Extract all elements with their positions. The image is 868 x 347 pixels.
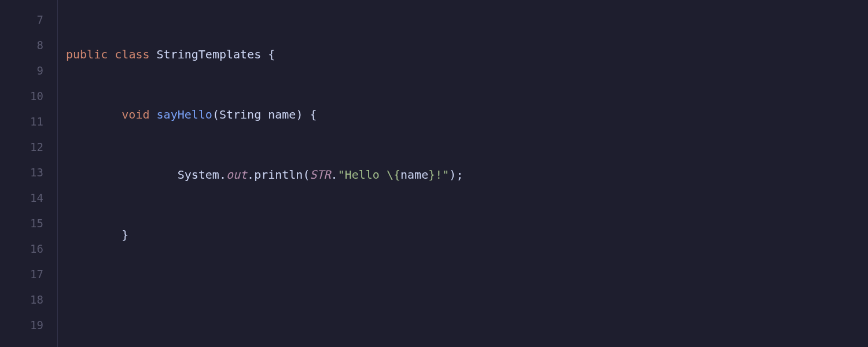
line-number: 18 — [0, 287, 43, 312]
escape-close: } — [428, 168, 435, 182]
line-number: 9 — [0, 58, 43, 83]
line-number: 8 — [0, 32, 43, 58]
code-editor[interactable]: 7 8 9 10 11 12 13 14 15 16 17 18 19 publ… — [0, 0, 868, 347]
code-line: void sayHello(String name) { — [66, 102, 868, 127]
paren: ) — [296, 108, 303, 121]
line-number: 10 — [0, 83, 43, 109]
string-literal: Hello — [345, 168, 387, 182]
code-content[interactable]: public class StringTemplates { void sayH… — [58, 0, 868, 347]
param: name — [268, 108, 296, 121]
paren: ( — [212, 108, 219, 121]
template-processor: STR — [310, 168, 330, 182]
dot: . — [247, 168, 254, 182]
brace: } — [122, 228, 128, 242]
escape-open: \{ — [387, 168, 400, 182]
class-ref: System — [178, 168, 219, 182]
line-number: 12 — [0, 134, 43, 160]
keyword: void — [122, 108, 149, 121]
line-gutter: 7 8 9 10 11 12 13 14 15 16 17 18 19 — [0, 0, 58, 347]
expr: name — [400, 168, 428, 182]
method-name: sayHello — [157, 108, 212, 121]
line-number: 14 — [0, 185, 43, 211]
paren: ) — [449, 168, 456, 182]
line-number: 17 — [0, 261, 43, 287]
field: out — [226, 168, 247, 182]
line-number: 13 — [0, 160, 43, 185]
code-line: System.out.println(STR."Hello \{name}!")… — [66, 162, 868, 187]
code-line: public class StringTemplates { — [66, 42, 868, 67]
brace: { — [268, 47, 275, 61]
quote: " — [338, 168, 345, 182]
indent — [66, 168, 178, 182]
line-number: 7 — [0, 7, 43, 32]
string-literal: ! — [435, 168, 442, 182]
dot: . — [219, 168, 226, 182]
indent — [66, 108, 122, 121]
line-number: 15 — [0, 211, 43, 236]
keyword: public — [66, 47, 108, 61]
code-line — [66, 282, 868, 308]
semicolon: ; — [456, 168, 463, 182]
code-line: String getJsonHello(String name, int age… — [66, 342, 868, 347]
code-line: } — [66, 222, 868, 248]
type: String — [219, 108, 261, 121]
method-call: println — [254, 168, 303, 182]
dot: . — [331, 168, 338, 182]
brace: { — [310, 108, 317, 121]
quote: " — [442, 168, 449, 182]
indent — [66, 228, 122, 242]
class-name: StringTemplates — [157, 47, 262, 61]
line-number: 19 — [0, 312, 43, 338]
keyword: class — [115, 47, 149, 61]
line-number: 16 — [0, 236, 43, 261]
line-number: 11 — [0, 109, 43, 134]
paren: ( — [303, 168, 310, 182]
